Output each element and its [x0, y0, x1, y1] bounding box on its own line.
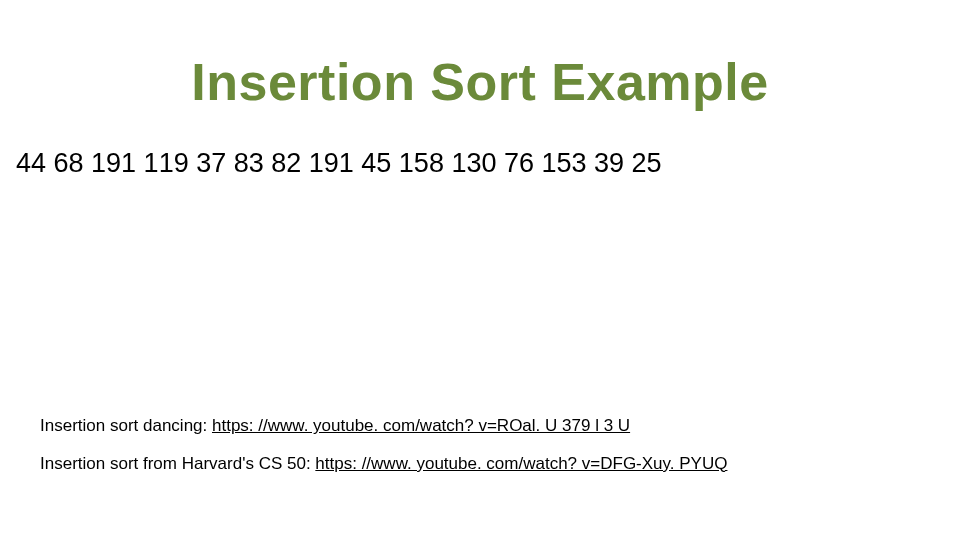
footer-line-2-link[interactable]: https: //www. youtube. com/watch? v=DFG-…: [315, 454, 727, 473]
number-sequence: 44 68 191 119 37 83 82 191 45 158 130 76…: [16, 148, 662, 179]
footer-line-1-link[interactable]: https: //www. youtube. com/watch? v=ROal…: [212, 416, 630, 435]
footer-line-2: Insertion sort from Harvard's CS 50: htt…: [40, 445, 727, 482]
slide: Insertion Sort Example 44 68 191 119 37 …: [0, 0, 960, 540]
footer-line-2-label: Insertion sort from Harvard's CS 50:: [40, 454, 315, 473]
footer-links: Insertion sort dancing: https: //www. yo…: [40, 407, 727, 482]
slide-title: Insertion Sort Example: [0, 52, 960, 112]
footer-line-1-label: Insertion sort dancing:: [40, 416, 212, 435]
footer-line-1: Insertion sort dancing: https: //www. yo…: [40, 407, 727, 444]
